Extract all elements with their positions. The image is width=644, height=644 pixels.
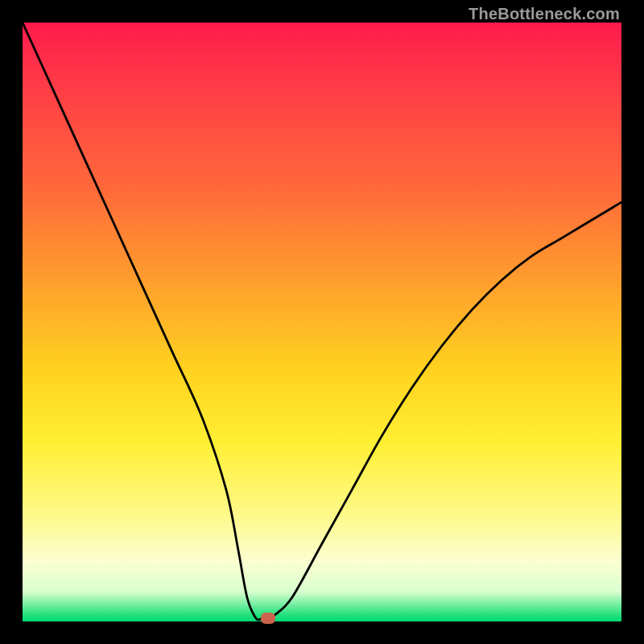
attribution-text: TheBottleneck.com	[469, 5, 620, 23]
optimal-point-marker	[261, 613, 275, 624]
bottleneck-curve	[23, 23, 621, 621]
plot-area	[23, 23, 621, 621]
